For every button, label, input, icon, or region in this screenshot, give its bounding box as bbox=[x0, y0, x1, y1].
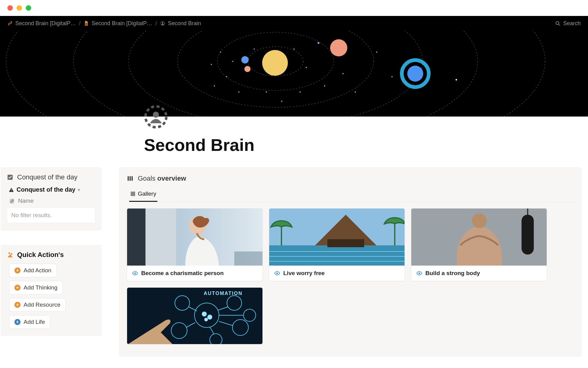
breadcrumb-label: Second Brain [DigitalP… bbox=[15, 20, 76, 27]
svg-point-19 bbox=[266, 91, 267, 93]
svg-point-28 bbox=[211, 64, 212, 65]
chevron-down-icon: ▾ bbox=[78, 187, 80, 192]
svg-point-46 bbox=[9, 252, 10, 254]
quick-action-button[interactable]: +Add Action bbox=[9, 264, 57, 277]
svg-point-22 bbox=[318, 42, 319, 44]
eye-icon bbox=[416, 270, 422, 276]
svg-point-17 bbox=[238, 91, 239, 93]
svg-point-34 bbox=[244, 66, 251, 72]
svg-rect-43 bbox=[11, 189, 12, 190]
quick-action-button[interactable]: +Add Resource bbox=[9, 298, 66, 312]
goal-card-title: Build a strong body bbox=[425, 270, 480, 277]
conquest-name-label: Name bbox=[18, 197, 34, 204]
svg-point-30 bbox=[281, 101, 282, 102]
svg-point-41 bbox=[153, 112, 159, 118]
svg-point-23 bbox=[324, 85, 325, 86]
goal-card-title: Live worry free bbox=[283, 270, 325, 277]
window-close-button[interactable] bbox=[7, 5, 13, 11]
goal-card-image bbox=[269, 209, 405, 266]
svg-point-33 bbox=[241, 56, 249, 63]
svg-rect-62 bbox=[269, 245, 405, 266]
link-icon bbox=[7, 21, 13, 26]
quick-action-button[interactable]: +Add Thinking bbox=[9, 281, 63, 294]
svg-point-69 bbox=[277, 273, 278, 274]
svg-point-90 bbox=[202, 312, 207, 316]
conquest-empty-state: No filter results. bbox=[7, 207, 96, 223]
svg-point-71 bbox=[472, 213, 487, 228]
conquest-subhead: Conquest of the day bbox=[17, 186, 75, 193]
svg-point-4 bbox=[556, 21, 559, 25]
svg-rect-53 bbox=[131, 194, 133, 196]
svg-point-74 bbox=[419, 273, 420, 274]
window-minimize-button[interactable] bbox=[17, 5, 22, 11]
goal-card-title: Become a charismatic person bbox=[141, 270, 224, 277]
svg-point-31 bbox=[306, 67, 307, 68]
svg-rect-72 bbox=[522, 215, 534, 255]
goals-gallery: Become a charismatic person bbox=[127, 208, 574, 344]
goal-card-image: AUTOMATION bbox=[127, 288, 263, 344]
svg-point-39 bbox=[407, 66, 423, 82]
goal-card[interactable]: Become a charismatic person bbox=[127, 208, 263, 281]
svg-rect-51 bbox=[131, 192, 133, 194]
quick-action-label: Add Thinking bbox=[24, 284, 58, 291]
conquest-name-column[interactable]: Name bbox=[9, 197, 96, 204]
breadcrumb-separator: / bbox=[155, 20, 157, 27]
dashed-circle-person-icon bbox=[160, 21, 165, 26]
topbar: Second Brain [DigitalP… / Second Brain [… bbox=[0, 16, 588, 31]
window-maximize-button[interactable] bbox=[26, 5, 31, 11]
window-titlebar bbox=[0, 0, 588, 16]
svg-point-16 bbox=[214, 85, 215, 86]
triangle-people-icon bbox=[7, 251, 13, 258]
svg-point-21 bbox=[300, 91, 301, 93]
quick-actions-panel: Quick Action's +Add Action+Add Thinking+… bbox=[1, 245, 102, 336]
breadcrumb-item-2[interactable]: Second Brain bbox=[160, 20, 201, 27]
svg-point-60 bbox=[134, 273, 136, 274]
conquest-panel: Conquest of the day Conquest of the day … bbox=[1, 167, 102, 231]
breadcrumb-separator: / bbox=[79, 20, 81, 27]
board-columns-icon bbox=[127, 175, 134, 182]
quick-action-label: Add Life bbox=[24, 319, 45, 325]
page-icon bbox=[84, 21, 89, 26]
warning-triangle-icon bbox=[9, 187, 14, 193]
tab-gallery[interactable]: Gallery bbox=[129, 188, 157, 202]
page-icon-dashed-person-icon[interactable] bbox=[144, 105, 168, 129]
svg-point-20 bbox=[293, 48, 295, 50]
breadcrumb-label: Second Brain bbox=[168, 20, 201, 27]
svg-rect-52 bbox=[133, 192, 135, 194]
eye-icon bbox=[132, 270, 138, 276]
page-title-area: Second Brain bbox=[0, 117, 588, 167]
quick-actions-heading: Quick Action's bbox=[7, 251, 96, 259]
svg-point-24 bbox=[342, 73, 344, 74]
quick-action-label: Add Resource bbox=[24, 301, 60, 308]
svg-rect-54 bbox=[133, 194, 135, 196]
goal-card[interactable]: Build a strong body bbox=[411, 208, 547, 281]
conquest-view-select[interactable]: Conquest of the day ▾ bbox=[9, 186, 96, 193]
svg-rect-0 bbox=[85, 23, 87, 24]
svg-rect-65 bbox=[327, 239, 364, 247]
search-button[interactable]: Search bbox=[555, 20, 581, 27]
goal-card[interactable]: AUTOMATION bbox=[127, 287, 263, 344]
goal-card[interactable]: Live worry free bbox=[269, 208, 405, 281]
quick-action-button[interactable]: +Add Life bbox=[9, 315, 50, 329]
goals-section: Goals overview Gallery bbox=[119, 167, 582, 357]
svg-rect-6 bbox=[0, 31, 588, 117]
breadcrumb-item-0[interactable]: Second Brain [DigitalP… bbox=[7, 20, 76, 27]
svg-point-3 bbox=[162, 22, 164, 24]
conquest-panel-heading: Conquest of the day bbox=[7, 173, 96, 181]
gallery-grid-icon bbox=[130, 191, 135, 196]
search-label: Search bbox=[563, 20, 581, 27]
svg-point-32 bbox=[456, 79, 457, 81]
svg-point-36 bbox=[262, 50, 288, 76]
goal-card-image bbox=[127, 209, 263, 266]
svg-rect-48 bbox=[128, 176, 129, 181]
svg-point-25 bbox=[355, 91, 356, 93]
svg-point-37 bbox=[330, 39, 347, 56]
goals-heading-prefix: Goals bbox=[138, 174, 157, 182]
svg-point-18 bbox=[254, 48, 255, 50]
goal-card-image bbox=[411, 209, 547, 266]
svg-text:AUTOMATION: AUTOMATION bbox=[204, 291, 243, 296]
breadcrumb-item-1[interactable]: Second Brain [DigitalP… bbox=[84, 20, 152, 27]
page-title[interactable]: Second Brain bbox=[144, 135, 588, 155]
svg-point-27 bbox=[391, 76, 393, 77]
plus-circle-icon: + bbox=[14, 302, 21, 308]
